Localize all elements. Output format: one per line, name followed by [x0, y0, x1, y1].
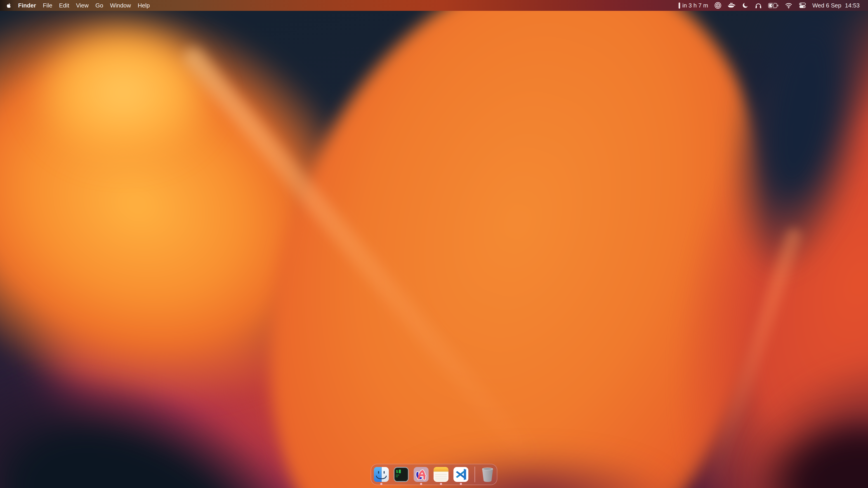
battery-charging-icon — [768, 3, 779, 8]
dock-item-vscode[interactable] — [453, 467, 469, 482]
dock-item-arc[interactable] — [413, 467, 429, 482]
docker-whale-icon — [727, 2, 736, 8]
wifi-icon — [785, 2, 793, 8]
battery-status[interactable] — [768, 0, 779, 11]
clock-date: Wed 6 Sep — [812, 2, 841, 9]
running-indicator — [440, 483, 442, 485]
trash-icon — [480, 466, 495, 483]
terminal-icon: $ — [394, 467, 409, 482]
menu-bar-status: in 3 h 7 m — [679, 0, 868, 11]
menu-item-view[interactable]: View — [72, 0, 92, 11]
menu-item-file[interactable]: File — [39, 0, 56, 11]
running-indicator — [420, 483, 422, 485]
running-indicator — [380, 483, 382, 485]
clock-time: 14:53 — [845, 2, 860, 9]
dock-item-terminal[interactable]: $ — [394, 467, 409, 482]
dock-separator — [474, 466, 475, 482]
desktop-wallpaper[interactable] — [0, 0, 868, 488]
menu-item-window[interactable]: Window — [107, 0, 134, 11]
dock-item-trash[interactable] — [480, 466, 495, 483]
finder-icon — [374, 467, 389, 482]
control-center-status[interactable] — [799, 0, 806, 11]
control-center-icon — [799, 2, 806, 8]
timer-bar-icon — [679, 2, 680, 8]
timer-text: in 3 h 7 m — [682, 2, 708, 9]
dock: $ — [371, 464, 497, 485]
wifi-status[interactable] — [785, 0, 793, 11]
arc-browser-icon — [413, 467, 429, 482]
onepassword-status[interactable] — [714, 0, 721, 11]
menu-item-finder[interactable]: Finder — [15, 0, 39, 11]
apple-menu[interactable] — [4, 2, 15, 8]
menu-item-go[interactable]: Go — [92, 0, 107, 11]
running-indicator — [460, 483, 462, 485]
headphones-icon — [755, 2, 762, 9]
menu-bar: Finder File Edit View Go Window Help in … — [0, 0, 868, 11]
menu-bar-clock[interactable]: Wed 6 Sep 14:53 — [812, 0, 860, 11]
dock-item-notes[interactable] — [433, 467, 449, 482]
menu-item-edit[interactable]: Edit — [56, 0, 72, 11]
svg-text:$: $ — [396, 469, 398, 474]
1password-icon — [714, 2, 721, 9]
docker-status[interactable] — [727, 0, 736, 11]
menu-item-help[interactable]: Help — [134, 0, 153, 11]
focus-timer-status[interactable]: in 3 h 7 m — [679, 0, 708, 11]
vscode-icon — [453, 467, 469, 482]
notes-icon — [433, 467, 449, 482]
menu-bar-left: Finder File Edit View Go Window Help — [0, 0, 153, 11]
sound-output-status[interactable] — [755, 0, 762, 11]
dock-item-finder[interactable] — [374, 467, 389, 482]
apple-logo-icon — [6, 2, 11, 8]
focus-moon-icon — [742, 2, 749, 9]
focus-status[interactable] — [742, 0, 749, 11]
